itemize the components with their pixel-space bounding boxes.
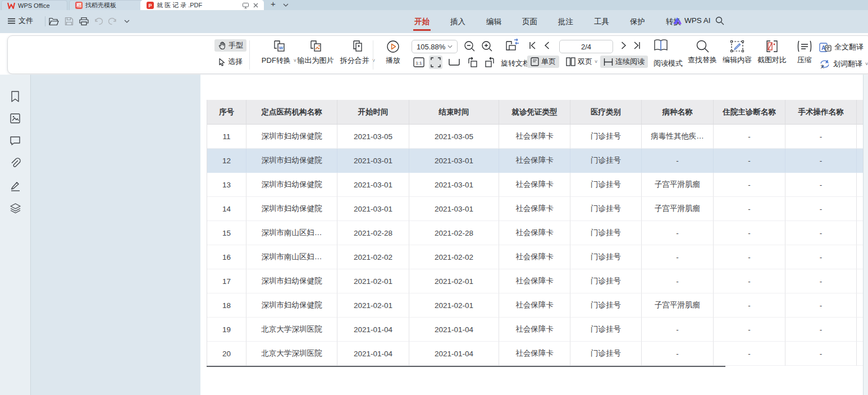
table-cell: 社会保障卡: [499, 269, 570, 293]
divider: [45, 16, 45, 26]
menu-tab-tools[interactable]: 工具: [593, 12, 610, 32]
new-tab-button[interactable]: +: [271, 0, 276, 8]
double-page-button[interactable]: 双页 ˅: [563, 56, 601, 68]
monitor-icon[interactable]: [243, 3, 249, 8]
single-page-button[interactable]: 单页: [527, 56, 559, 68]
table-cell: -: [714, 197, 785, 221]
edit-content-button[interactable]: 编辑内容: [720, 39, 754, 65]
menu-tab-protect[interactable]: 保护: [629, 12, 646, 32]
menu-tab-comment[interactable]: 批注: [557, 12, 574, 32]
rotate-right-button[interactable]: [483, 57, 496, 68]
undo-button[interactable]: [92, 15, 105, 27]
svg-text:W: W: [279, 45, 284, 50]
hamburger-icon: [8, 18, 15, 24]
actual-size-button[interactable]: 1:1: [413, 57, 424, 67]
first-page-button[interactable]: [529, 42, 536, 49]
redo-button[interactable]: [106, 15, 120, 27]
page-number-input[interactable]: 2/4: [559, 40, 613, 53]
bookmark-panel-button[interactable]: [10, 90, 22, 103]
select-tool-button[interactable]: 选择: [214, 56, 246, 68]
pdf-convert-icon: W: [272, 39, 286, 54]
pdf-page[interactable]: 序号定点医药机构名称开始时间结束时间就诊凭证类型医疗类别病种名称住院主诊断名称手…: [200, 75, 863, 395]
menu-tab-edit[interactable]: 编辑: [485, 12, 502, 32]
full-translate-button[interactable]: A 全文翻译: [819, 42, 864, 52]
table-cell: 子宫平滑肌瘤: [642, 173, 714, 197]
table-cell: 2021-02-02: [337, 245, 409, 269]
quick-access-chevron[interactable]: [120, 15, 134, 27]
comment-panel-button[interactable]: [10, 135, 22, 148]
thumbnail-panel-button[interactable]: [10, 113, 22, 125]
word-translate-button[interactable]: A文 划词翻译 ˅: [819, 59, 868, 69]
table-cell: 2021-02-01: [409, 269, 499, 293]
table-cell: -: [785, 293, 857, 318]
printer-icon: [79, 17, 89, 26]
table-cell: 深圳市妇幼保健院: [246, 293, 337, 318]
read-mode-label[interactable]: 阅读模式: [654, 58, 683, 68]
zoom-in-button[interactable]: [481, 40, 493, 52]
find-replace-icon: [696, 39, 710, 53]
table-cell: 门诊挂号: [570, 173, 642, 197]
zoom-out-icon: [464, 40, 476, 52]
print-button[interactable]: [77, 15, 90, 27]
next-page-button[interactable]: [621, 42, 627, 49]
find-replace-button[interactable]: 查找替换: [686, 39, 719, 65]
page-indicator-value: 2/4: [581, 43, 591, 51]
hand-tool-button[interactable]: 手型: [214, 39, 246, 52]
table-cell: -: [714, 293, 785, 318]
comment-icon: [10, 135, 21, 146]
zoom-level-select[interactable]: 105.88%: [412, 40, 458, 53]
play-icon: [386, 39, 400, 54]
table-cell: 2021-01-04: [409, 342, 499, 366]
save-button[interactable]: [62, 15, 76, 27]
tab-wps-home[interactable]: WPS Office: [1, 0, 67, 10]
rotate-doc-label[interactable]: 旋转文档: [501, 58, 530, 68]
table-cell: 门诊挂号: [570, 245, 642, 269]
zoom-in-icon: [481, 40, 493, 52]
rotate-document-button[interactable]: [503, 38, 520, 54]
open-folder-icon: [49, 17, 59, 26]
table-cell: 门诊挂号: [570, 269, 642, 293]
compress-button[interactable]: 压缩: [793, 39, 816, 65]
ribbon-toolbar: 手型 选择 W PDF转换˅ 输出为图片 拆分合并˅ 播放 105.88% 1:…: [7, 35, 868, 74]
file-menu-button[interactable]: 文件: [8, 16, 33, 26]
open-file-button[interactable]: [47, 15, 61, 27]
tab-docer[interactable]: 稻 找稻壳模板: [69, 0, 144, 10]
rotate-left-button[interactable]: [467, 57, 479, 68]
read-mode-icon-button[interactable]: [654, 39, 668, 52]
tab-list-chevron-icon[interactable]: [283, 3, 289, 7]
continuous-read-label: 连续阅读: [615, 57, 645, 67]
last-page-button[interactable]: [633, 42, 641, 49]
continuous-read-button[interactable]: 连续阅读: [600, 56, 648, 68]
fit-width-button[interactable]: [449, 58, 460, 66]
wps-logo-icon: [7, 2, 15, 9]
word-translate-icon: A文: [819, 59, 830, 69]
screenshot-compare-button[interactable]: 截图对比: [755, 39, 789, 65]
table-cell: -: [642, 245, 714, 269]
menu-tab-home[interactable]: 开始: [413, 12, 431, 32]
table-cell: 15: [207, 221, 246, 245]
tab-document-pdf[interactable]: P 就 医 记 录 .PDF: [140, 0, 264, 10]
menu-tab-page[interactable]: 页面: [521, 12, 538, 32]
attachment-panel-button[interactable]: [10, 158, 22, 170]
screenshot-compare-icon: [765, 39, 779, 53]
signature-panel-button[interactable]: [10, 180, 22, 192]
layers-panel-button[interactable]: [10, 203, 22, 215]
table-cell: 社会保障卡: [499, 342, 570, 366]
actual-size-icon: 1:1: [413, 57, 424, 67]
play-button[interactable]: 播放: [380, 39, 406, 66]
zoom-out-button[interactable]: [464, 40, 476, 52]
find-replace-label: 查找替换: [688, 55, 717, 65]
undo-icon: [94, 17, 103, 25]
menu-tab-insert[interactable]: 插入: [449, 12, 467, 32]
export-image-button[interactable]: 输出为图片: [293, 39, 338, 66]
vertical-scrollbar[interactable]: [863, 75, 868, 395]
menu-search-button[interactable]: [715, 16, 724, 25]
chevron-down-icon: [447, 45, 453, 48]
fit-page-button[interactable]: [429, 56, 442, 69]
split-merge-button[interactable]: 拆分合并˅: [335, 39, 381, 66]
prev-page-button[interactable]: [544, 42, 550, 49]
wps-ai-button[interactable]: WPS AI: [673, 16, 711, 25]
close-icon[interactable]: [253, 2, 259, 8]
search-icon: [715, 16, 724, 25]
table-cell: -: [785, 197, 857, 221]
